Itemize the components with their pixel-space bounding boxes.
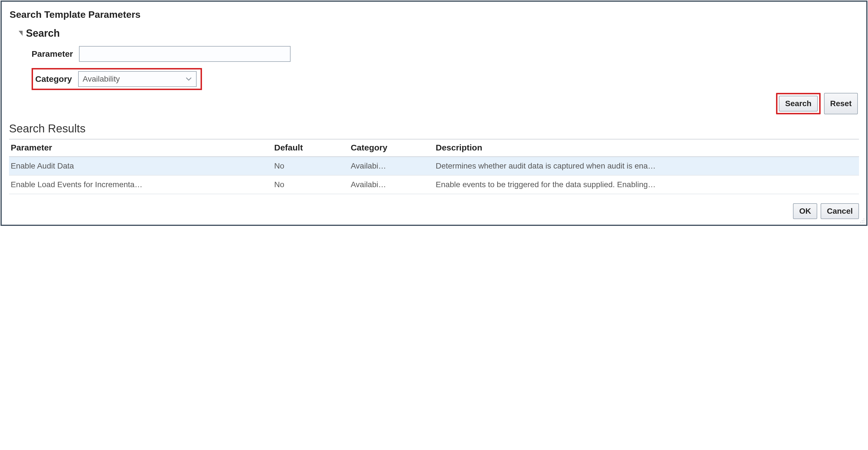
svg-rect-1 — [862, 220, 863, 221]
ok-button[interactable]: OK — [793, 203, 817, 219]
dialog-window: Search Template Parameters Search Parame… — [1, 1, 867, 226]
svg-rect-4 — [862, 222, 863, 223]
category-highlight: Category — [32, 68, 202, 90]
cancel-button[interactable]: Cancel — [820, 203, 859, 219]
col-header-description[interactable]: Description — [434, 139, 859, 157]
search-button[interactable]: Search — [779, 96, 817, 112]
cell-default: No — [273, 175, 349, 194]
disclosure-triangle-icon — [19, 31, 23, 36]
category-row: Category — [32, 68, 859, 90]
cell-default: No — [273, 157, 349, 175]
search-action-row: Search Reset — [9, 93, 858, 114]
category-select[interactable] — [78, 71, 197, 87]
footer-actions: OK Cancel — [9, 203, 859, 219]
search-button-highlight: Search — [776, 93, 820, 114]
col-header-default[interactable]: Default — [273, 139, 349, 157]
results-table: Parameter Default Category Description E… — [9, 139, 859, 194]
search-section-header[interactable]: Search — [19, 27, 859, 39]
search-form: Parameter Category — [32, 46, 859, 90]
svg-rect-3 — [860, 222, 861, 223]
reset-button[interactable]: Reset — [824, 93, 858, 114]
category-select-wrap — [78, 71, 197, 87]
svg-rect-0 — [864, 219, 864, 219]
svg-rect-5 — [864, 222, 864, 223]
table-row[interactable]: Enable Audit DataNoAvailabi…Determines w… — [9, 157, 859, 175]
parameter-input[interactable] — [79, 46, 290, 62]
cell-description: Determines whether audit data is capture… — [434, 157, 859, 175]
cell-parameter: Enable Audit Data — [9, 157, 273, 175]
col-header-category[interactable]: Category — [349, 139, 434, 157]
parameter-row: Parameter — [32, 46, 859, 62]
page-title: Search Template Parameters — [9, 9, 859, 20]
category-label: Category — [35, 74, 78, 84]
svg-rect-2 — [864, 220, 864, 221]
search-section-title: Search — [26, 27, 60, 39]
cell-parameter: Enable Load Events for Incrementa… — [9, 175, 273, 194]
cell-description: Enable events to be triggered for the da… — [434, 175, 859, 194]
results-header-row: Parameter Default Category Description — [9, 139, 859, 157]
results-heading: Search Results — [9, 122, 859, 135]
table-row[interactable]: Enable Load Events for Incrementa…NoAvai… — [9, 175, 859, 194]
resize-handle-icon[interactable] — [859, 217, 866, 224]
col-header-parameter[interactable]: Parameter — [9, 139, 273, 157]
cell-category: Availabi… — [349, 175, 434, 194]
cell-category: Availabi… — [349, 157, 434, 175]
parameter-label: Parameter — [32, 49, 79, 59]
